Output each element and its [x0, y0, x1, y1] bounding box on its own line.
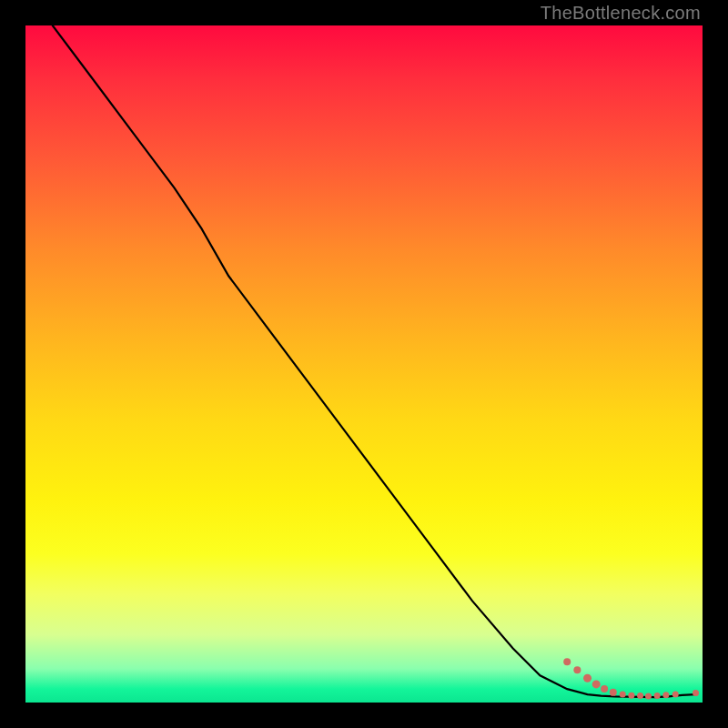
- attribution-text: TheBottleneck.com: [541, 3, 701, 24]
- curve-layer: [53, 25, 699, 699]
- scatter-point: [672, 692, 679, 698]
- scatter-point: [601, 685, 608, 693]
- scatter-point: [573, 666, 581, 673]
- scatter-point: [592, 680, 601, 688]
- scatter-point: [637, 693, 643, 699]
- scatter-point: [693, 690, 699, 696]
- curve-svg: [25, 25, 703, 703]
- scatter-point: [563, 658, 571, 665]
- scatter-point: [628, 693, 634, 699]
- plot-area: [25, 25, 703, 703]
- scatter-point: [583, 674, 592, 682]
- scatter-point: [620, 692, 626, 698]
- scatter-point: [662, 692, 669, 698]
- scatter-point: [645, 693, 652, 699]
- scatter-point: [610, 689, 617, 696]
- main-curve-line: [53, 25, 696, 697]
- scatter-point: [654, 693, 661, 699]
- chart-frame: TheBottleneck.com: [0, 0, 728, 728]
